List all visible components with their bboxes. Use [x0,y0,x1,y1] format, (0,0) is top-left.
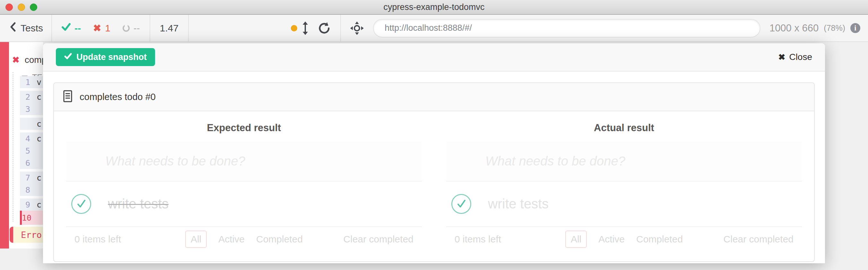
window-title: cypress-example-todomvc [383,2,485,12]
snapshot-overlay-header: Update snapshot ✖ Close [43,43,825,71]
toolbar-divider [51,15,52,41]
filter-completed: Completed [636,234,683,245]
test-stats: -- ✖ 1 -- [62,23,140,34]
update-snapshot-button[interactable]: Update snapshot [56,48,155,66]
url-input[interactable]: http://localhost:8888/#/ [373,19,761,37]
code-line: 6 [20,157,43,169]
toolbar: Tests -- ✖ 1 -- 1.47 [0,15,868,42]
stat-passed-count: -- [74,23,81,34]
actual-result-heading: Actual result [434,122,814,134]
close-window-button[interactable] [5,3,13,11]
indent-guide [12,72,13,222]
filter-active: Active [598,234,625,245]
new-todo-placeholder: What needs to be done? [485,154,625,168]
filter-all: All [565,231,587,248]
test-duration: 1.47 [160,23,179,34]
stat-passed: -- [62,23,81,34]
chevron-left-icon [10,22,17,34]
code-line-error: 10 [20,211,43,225]
failed-test-title: compl [25,55,43,65]
code-line: 9c [20,199,43,211]
code-line: c [20,118,43,130]
todo-toggle-checked-icon [451,194,471,214]
snapshot-card: completes todo #0 Expected result What n… [53,82,815,262]
traffic-lights [5,0,37,14]
close-label: Close [789,52,812,62]
snapshot-overlay: Update snapshot ✖ Close completes todo #… [43,43,825,263]
todo-footer: 0 items left All Active Completed Clear … [66,227,422,251]
todo-item-row: write tests [66,181,422,227]
code-line: 5 [20,145,43,157]
test-title: completes todo #0 [80,92,156,102]
todo-item-label: write tests [488,196,549,212]
code-frame: 1v 2c 3 c 4c 5 6 7c 8 9c 10 [20,76,43,225]
code-line: 8 [20,184,43,196]
filter-active: Active [218,234,245,245]
filter-completed: Completed [256,234,303,245]
viewport-size: 1000 x 660 [770,23,818,34]
todo-item-row: write tests [446,181,802,227]
error-message-box: Error: [10,227,43,243]
window-titlebar: cypress-example-todomvc [0,0,868,15]
todo-filters: All Active Completed [565,231,683,248]
viewport-info: 1000 x 660 (78%) i [770,23,860,34]
toolbar-divider [188,15,189,41]
failed-test-row[interactable]: ✖ compl [12,55,43,65]
expected-result-column: Expected result What needs to be done? w… [54,111,434,261]
stat-pending-count: -- [133,23,140,34]
todo-item-label: write tests [108,196,168,212]
code-line: 4c [20,132,43,145]
code-line: 3 [20,103,43,115]
todo-toggle-checked-icon [71,194,91,214]
back-to-tests-button[interactable]: Tests [10,22,43,34]
stat-failed-count: 1 [105,23,111,34]
new-todo-input: What needs to be done? [446,141,802,181]
failed-test-stripe [0,42,9,248]
viewport-scale: (78%) [824,24,845,33]
url-text: http://localhost:8888/#/ [384,23,472,33]
new-todo-input: What needs to be done? [66,141,422,181]
code-line: 1v [20,76,43,88]
code-line: 7c [20,172,43,184]
info-icon[interactable]: i [850,23,860,33]
new-todo-placeholder: What needs to be done? [105,154,245,168]
selector-playground-icon[interactable] [350,21,364,35]
reload-icon[interactable] [318,22,331,35]
update-snapshot-label: Update snapshot [76,52,147,62]
clear-completed-button: Clear completed [723,234,794,245]
minimize-window-button[interactable] [18,3,25,11]
actual-result-column: Actual result What needs to be done? wri… [434,111,814,261]
clear-completed-button: Clear completed [343,234,413,245]
viewport-scale-arrow-icon [301,21,309,35]
stat-failed: ✖ 1 [93,23,111,34]
error-label: Error: [21,230,43,240]
close-icon: ✖ [778,52,785,62]
todo-filters: All Active Completed [185,231,303,248]
snapshot-comparison: Expected result What needs to be done? w… [54,111,814,261]
x-icon: ✖ [93,23,101,34]
expected-result-heading: Expected result [54,122,434,134]
code-line: 2c [20,91,43,103]
check-icon [64,52,72,62]
fail-x-icon: ✖ [12,55,20,65]
toolbar-divider [340,15,341,41]
items-left-count: 0 items left [74,234,121,245]
check-icon [62,23,71,34]
snapshot-card-header: completes todo #0 [54,83,814,111]
pending-circle-icon [123,25,130,32]
actual-todo-snapshot: What needs to be done? write tests 0 ite… [446,141,802,251]
main-content: ✖ compl TES 1v 2c 3 c 4c 5 6 7c 8 9c 10 … [0,42,868,269]
expected-todo-snapshot: What needs to be done? write tests 0 ite… [66,141,422,251]
viewport-indicator-dot [291,25,297,31]
zoom-window-button[interactable] [30,3,37,11]
stat-pending: -- [123,23,140,34]
todo-footer: 0 items left All Active Completed Clear … [446,227,802,251]
document-icon [63,90,72,104]
back-to-tests-label: Tests [21,23,43,34]
toolbar-divider [150,15,150,41]
close-button[interactable]: ✖ Close [778,52,812,62]
items-left-count: 0 items left [455,234,501,245]
filter-all: All [185,231,207,248]
reporter-sidebar: ✖ compl TES 1v 2c 3 c 4c 5 6 7c 8 9c 10 … [0,42,43,248]
